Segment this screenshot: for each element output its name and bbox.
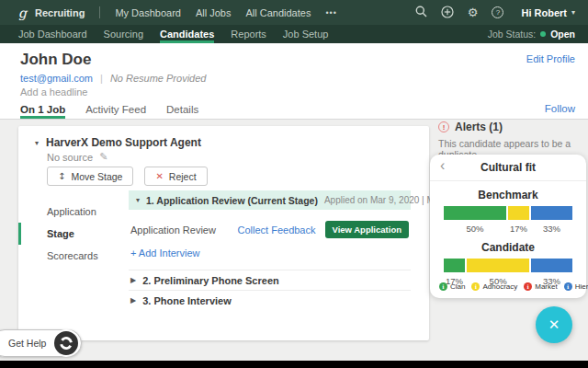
nav-all-jobs[interactable]: All Jobs [196,7,232,18]
stage-panel: ▾ 1. Application Review (Current Stage) … [129,190,411,310]
candidate-adhocracy-segment [467,259,529,272]
stage-1-title: 1. Application Review (Current Stage) [146,195,318,206]
benchmark-heading: Benchmark [430,189,586,201]
tab-job-dashboard[interactable]: Job Dashboard [18,25,87,43]
reject-button[interactable]: ✕ Reject [144,167,207,186]
adhocracy-info-icon: i [471,282,480,291]
tab-activity-feed[interactable]: Activity Feed [85,98,146,119]
stage-3-title: 3. Phone Interview [142,295,232,306]
sidenav-item-stage[interactable]: Stage [18,223,124,245]
job-title: HarverX Demo Support Agent [46,136,201,149]
tab-sourcing[interactable]: Sourcing [104,25,143,43]
benchmark-stacked-bar [444,206,572,220]
stage-1-row[interactable]: ▾ 1. Application Review (Current Stage) … [129,190,411,210]
tab-job-setup[interactable]: Job Setup [283,25,329,43]
alerts-header[interactable]: ! Alerts (1) [438,121,585,133]
stage-2-title: 2. Preliminary Phone Screen [142,275,279,286]
help-icon[interactable]: ? [492,6,503,18]
stage-2-caret-icon: ▶ [130,276,136,284]
search-icon[interactable] [415,6,427,19]
candidate-email-link[interactable]: test@gmail.com [20,73,93,84]
candidate-heading: Candidate [430,241,586,254]
job-status-label: Job Status: [488,29,537,40]
add-interview-link[interactable]: + Add Interview [130,247,200,259]
brand-name: Recruiting [35,7,85,18]
benchmark-hierarchy-percent: 33% [531,224,572,234]
culture-legend: i Clan i Adhocracy i Market i Hierarchy [439,282,582,291]
tab-candidates[interactable]: Candidates [160,25,214,43]
nav-my-dashboard[interactable]: My Dashboard [115,7,181,18]
candidate-hierarchy-segment [531,259,572,272]
clan-info-icon: i [439,282,447,291]
legend-clan: i Clan [439,282,465,291]
benchmark-hierarchy-segment [531,206,572,220]
edit-profile-link[interactable]: Edit Profile [526,53,575,64]
move-stage-label: Move Stage [71,171,122,182]
reject-label: Reject [169,171,197,182]
separator: | [100,73,103,84]
legend-adhocracy: i Adhocracy [471,282,517,291]
status-dot-icon [540,31,546,37]
source-label: No source [47,152,93,163]
user-greeting: Hi Robert [521,7,567,18]
alert-exclamation-icon: ! [438,121,449,132]
divider [99,6,100,18]
back-chevron-icon[interactable]: ‹ [440,157,445,174]
legend-hierarchy: i Hierarchy [564,282,588,291]
collect-feedback-link[interactable]: Collect Feedback [238,224,316,236]
collapse-caret-icon[interactable]: ▾ [35,139,39,147]
add-headline-field[interactable]: Add a headline [20,86,87,98]
market-info-icon: i [524,282,532,291]
chevron-down-icon: ▾ [571,8,575,17]
tab-on-1-job[interactable]: On 1 Job [20,98,65,119]
settings-gear-icon[interactable]: ⚙ [468,6,479,18]
cultural-fit-card: ‹ Cultural fit Benchmark 50% 17% 33% Can… [430,155,586,298]
tab-reports[interactable]: Reports [231,25,266,43]
benchmark-clan-segment [444,206,506,220]
benchmark-adhocracy-segment [508,206,529,220]
hierarchy-info-icon: i [564,282,572,291]
reject-x-icon: ✕ [155,171,163,181]
job-navigation-bar: Job Dashboard Sourcing Candidates Report… [0,25,588,43]
tab-details[interactable]: Details [166,98,198,119]
candidate-header: John Doe test@gmail.com | No Resume Prov… [0,43,588,98]
edit-pencil-icon[interactable]: ✎ [99,151,107,163]
candidate-name: John Doe [20,51,91,69]
profile-tabs: On 1 Job Activity Feed Details Follow [0,98,588,120]
brand[interactable]: g Recruiting [18,6,85,19]
legend-clan-label: Clan [450,282,465,291]
stage-2-row[interactable]: ▶ 2. Preliminary Phone Screen [129,270,411,290]
benchmark-adhocracy-percent: 17% [508,224,529,234]
legend-market: i Market [524,282,557,291]
top-navigation-bar: g Recruiting My Dashboard All Jobs All C… [0,0,588,25]
add-icon[interactable] [441,6,454,20]
more-menu-icon[interactable]: ••• [325,8,336,17]
job-card: ▾ HarverX Demo Support Agent No source ✎… [18,126,429,340]
alerts-title: Alerts (1) [455,121,503,133]
follow-link[interactable]: Follow [545,98,575,120]
get-help-button[interactable]: Get Help [0,329,82,357]
stage-3-caret-icon: ▶ [130,296,136,305]
job-status[interactable]: Job Status: Open [488,25,575,43]
candidate-clan-segment [444,259,465,272]
stage-3-row[interactable]: ▶ 3. Phone Interview [129,290,411,310]
move-stage-button[interactable]: ↕ Move Stage [47,167,133,186]
greenhouse-logo-icon: g [18,6,27,19]
close-widget-button[interactable]: ✕ [536,306,572,343]
letterbox-bottom [0,361,588,368]
legend-adhocracy-label: Adhocracy [482,282,517,291]
resume-note: No Resume Provided [110,73,207,84]
benchmark-percent-labels: 50% 17% 33% [444,224,572,234]
job-status-value: Open [550,29,575,40]
candidate-stacked-bar [444,259,572,272]
sidenav-item-application[interactable]: Application [18,201,124,223]
legend-market-label: Market [535,282,557,291]
nav-all-candidates[interactable]: All Candidates [245,7,311,18]
get-help-label: Get Help [8,338,46,349]
legend-hierarchy-label: Hierarchy [575,282,588,291]
user-menu[interactable]: Hi Robert ▾ [521,7,575,18]
view-application-button[interactable]: View Application [325,221,410,238]
benchmark-clan-percent: 50% [444,224,506,234]
sidenav-item-scorecards[interactable]: Scorecards [18,245,124,267]
job-card-sidenav: Application Stage Scorecards [18,201,124,267]
